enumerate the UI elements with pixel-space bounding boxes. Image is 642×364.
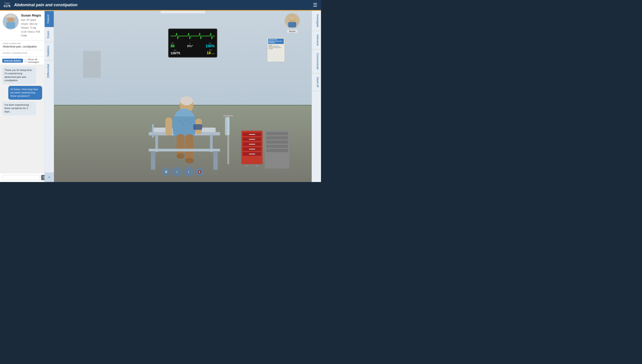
svg-point-20 [186, 119, 187, 120]
svg-point-8 [290, 16, 295, 20]
nurse-avatar [284, 13, 300, 28]
avatar-row: Susan Regis Age: 67 years Height: 163 cm… [3, 14, 42, 38]
tab-stabilize[interactable]: Stabilize [44, 42, 54, 60]
show-all-checkbox[interactable] [25, 59, 27, 62]
svg-point-16 [180, 96, 193, 105]
svg-rect-14 [152, 124, 154, 138]
vital-temp: T: 37c° [187, 42, 193, 48]
nurse-label: Nurse [287, 30, 297, 33]
svg-point-6 [8, 14, 14, 18]
tab-investigate[interactable]: Investigate [312, 11, 321, 31]
chat-message-2: I've been experiencing these symptoms fo… [2, 102, 36, 115]
chief-complaint-label: Chief Complaint [3, 42, 42, 44]
chat-message-1: Hi Susan. How long have you been experie… [8, 86, 42, 100]
scene-nav-buttons: 🖥 ‹ › 🔇 [162, 167, 204, 177]
vitals-row-2: BP: 126/75 RR: 18 /min [171, 49, 215, 55]
ceiling-light [160, 11, 205, 14]
conversation-header: Patient Conversation [0, 50, 44, 57]
vitals-monitor: HR: 88 T: 37c° O₂: 100% BP: 126/75 [168, 28, 217, 58]
left-panel: Susan Regis Age: 67 years Height: 163 cm… [0, 11, 44, 182]
left-tab-strip: Patient Exam Stabilize Differential « [44, 11, 54, 182]
gray-equipment-cart [265, 131, 289, 168]
chief-complaint-text: Abdominal pain, constipation [3, 45, 42, 48]
ecg-waveform [171, 31, 215, 41]
nurse-area[interactable]: Nurse [284, 13, 300, 33]
iv-pole [227, 115, 229, 164]
case-title: Abdominal pain and constipation [14, 3, 313, 7]
hospital-scene: HR: 88 T: 37c° O₂: 100% BP: 126/75 [54, 11, 312, 182]
conversation-section-label: Patient Conversation [3, 52, 27, 54]
patient-details: Susan Regis Age: 67 years Height: 163 cm… [21, 14, 42, 38]
chief-complaint-section: Chief Complaint Abdominal pain, constipa… [0, 40, 44, 50]
menu-icon[interactable]: ☰ [313, 2, 318, 8]
bed-frame [148, 149, 220, 170]
show-all-label[interactable]: Show all messages [25, 58, 42, 63]
tab-differential[interactable]: Differential [44, 60, 54, 82]
vital-rr: RR: 18 /min [207, 49, 215, 55]
chat-area: Thank you for being here. I'm experienci… [0, 65, 44, 173]
next-button[interactable]: › [184, 167, 194, 177]
vitals-row-1: HR: 88 T: 37c° O₂: 100% [171, 42, 215, 48]
tab-intervene[interactable]: Intervene [312, 31, 321, 50]
svg-rect-2 [6, 22, 15, 29]
main-layout: Susan Regis Age: 67 years Height: 163 cm… [0, 11, 321, 182]
tab-handoff[interactable]: Hand-off [312, 74, 321, 91]
case-number: #175 [4, 4, 10, 8]
internal-admin-badge[interactable]: Internal Admin [2, 59, 23, 63]
patient-age: Age: 67 years Height: 163 cm Weight: 71 … [21, 18, 42, 38]
case-badge: Case #175 [4, 2, 10, 8]
tab-communicate[interactable]: Communicate [312, 50, 321, 74]
collapse-button[interactable]: « [44, 172, 54, 182]
red-medical-cart [241, 131, 262, 164]
svg-point-19 [182, 124, 184, 125]
conversation-controls: Internal Admin Show all messages [0, 57, 44, 65]
patient-info-header: Susan Regis Age: 67 years Height: 163 cm… [0, 11, 44, 40]
vital-o2: O₂: 100% [206, 42, 215, 48]
app-header: Case #175 Abdominal pain and constipatio… [0, 0, 321, 11]
svg-rect-26 [165, 118, 172, 136]
wall-poster: GUIDANCE FOR PERSONAL PROTECTIVE EQUIPME… [267, 38, 285, 62]
chat-input[interactable] [2, 175, 40, 180]
chat-input-row: Send [0, 173, 44, 182]
svg-rect-28 [193, 124, 202, 130]
mute-button[interactable]: 🔇 [196, 168, 204, 176]
wall-equipment [83, 51, 101, 78]
tab-exam[interactable]: Exam [44, 27, 54, 42]
right-sidebar: Investigate Intervene Communicate Hand-o… [312, 11, 321, 182]
scene-view-button[interactable]: 🖥 [162, 168, 170, 176]
vital-bp: BP: 126/75 [171, 49, 180, 55]
prev-button[interactable]: ‹ [172, 167, 182, 177]
chat-message-0: Thank you for being here. I'm experienci… [2, 67, 36, 84]
svg-point-21 [189, 122, 190, 124]
patient-name: Susan Regis [21, 14, 42, 17]
svg-point-18 [179, 120, 180, 122]
patient-avatar [3, 14, 19, 30]
tab-patient[interactable]: Patient [44, 11, 54, 27]
vital-hr: HR: 88 [171, 42, 175, 48]
svg-rect-9 [288, 22, 296, 28]
